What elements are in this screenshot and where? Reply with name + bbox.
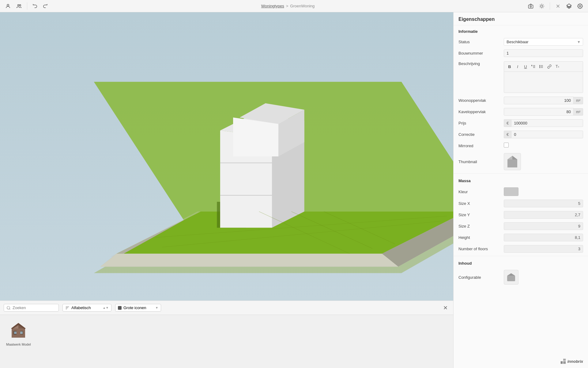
team-icon[interactable] bbox=[15, 2, 23, 10]
svg-line-9 bbox=[543, 7, 544, 8]
link-button[interactable] bbox=[546, 63, 553, 70]
status-select[interactable]: Beschikbaar Verkocht Gereserveerd bbox=[504, 38, 583, 46]
sort-select[interactable]: Alfabetisch ▲▼ bbox=[62, 304, 111, 312]
info-section-title: Informatie bbox=[454, 25, 588, 36]
svg-point-5 bbox=[541, 5, 543, 7]
underline-button[interactable]: U bbox=[522, 63, 529, 70]
separator-1 bbox=[27, 2, 27, 10]
light-icon[interactable] bbox=[537, 2, 546, 10]
search-box[interactable] bbox=[4, 304, 59, 312]
camera-icon[interactable] bbox=[526, 2, 535, 10]
floors-value bbox=[504, 245, 583, 253]
svg-point-61 bbox=[540, 66, 540, 67]
configurable-thumbnail[interactable] bbox=[504, 270, 518, 285]
3d-viewport[interactable] bbox=[0, 12, 453, 301]
size-z-row: Size Z bbox=[454, 220, 588, 232]
woonoppervlak-unit: m² bbox=[574, 97, 583, 104]
floors-row: Number of floors bbox=[454, 243, 588, 255]
correctie-input[interactable] bbox=[511, 131, 583, 138]
size-z-label: Size Z bbox=[458, 224, 501, 228]
svg-rect-66 bbox=[507, 276, 515, 281]
height-label: Height bbox=[458, 235, 501, 240]
prijs-currency: € bbox=[504, 119, 511, 127]
view-arrow: ▼ bbox=[155, 306, 158, 309]
svg-point-1 bbox=[18, 4, 19, 6]
svg-text:1: 1 bbox=[532, 65, 533, 66]
close-icon[interactable] bbox=[554, 2, 562, 10]
svg-point-2 bbox=[20, 4, 21, 6]
floors-label: Number of floors bbox=[458, 247, 501, 251]
bouwnummer-input[interactable] bbox=[504, 49, 583, 57]
clear-format-button[interactable]: Tx bbox=[554, 63, 561, 70]
thumbnail-box[interactable] bbox=[504, 153, 521, 170]
breadcrumb-current: GroenWoning bbox=[290, 4, 315, 8]
size-z-value bbox=[504, 222, 583, 230]
3d-scene bbox=[0, 12, 453, 301]
model-thumbnail bbox=[9, 321, 28, 341]
height-input bbox=[504, 234, 583, 241]
settings-icon[interactable] bbox=[576, 2, 584, 10]
search-input[interactable] bbox=[13, 305, 55, 310]
breadcrumb-parent[interactable]: Woningtypes bbox=[261, 4, 284, 8]
kaveloppervlak-input[interactable] bbox=[504, 108, 574, 116]
svg-line-41 bbox=[9, 309, 10, 309]
massa-section-title: Massa bbox=[454, 175, 588, 186]
mirrored-value bbox=[504, 143, 583, 149]
list-ol-button[interactable]: 1 bbox=[530, 63, 537, 70]
svg-point-40 bbox=[7, 306, 10, 309]
beschrijving-textarea[interactable] bbox=[504, 71, 583, 93]
panel-title: Eigenschappen bbox=[454, 12, 588, 25]
svg-rect-3 bbox=[529, 5, 533, 8]
mirrored-checkbox[interactable] bbox=[504, 143, 509, 148]
viewport: Alfabetisch ▲▼ Grote iconen ▼ ✕ bbox=[0, 12, 453, 368]
height-row: Height bbox=[454, 232, 588, 243]
status-label: Status bbox=[458, 40, 501, 44]
woonoppervlak-input[interactable] bbox=[504, 97, 574, 104]
thumbnail-value bbox=[504, 153, 583, 170]
svg-line-8 bbox=[540, 4, 540, 5]
svg-rect-68 bbox=[560, 361, 563, 364]
bouwnummer-row: Bouwnummer bbox=[454, 48, 588, 59]
close-panel-button[interactable]: ✕ bbox=[441, 304, 450, 312]
kleur-swatch[interactable] bbox=[504, 187, 518, 196]
kleur-label: Kleur bbox=[458, 190, 501, 194]
kaveloppervlak-input-group: m² bbox=[504, 108, 583, 116]
view-select[interactable]: Grote iconen ▼ bbox=[115, 304, 161, 312]
svg-rect-52 bbox=[20, 332, 23, 334]
svg-rect-70 bbox=[563, 361, 566, 364]
height-value bbox=[504, 234, 583, 241]
inhoud-section-title: Inhoud bbox=[454, 257, 588, 268]
italic-button[interactable]: I bbox=[514, 63, 521, 70]
properties-panel: Eigenschappen Informatie Status Beschikb… bbox=[453, 12, 588, 368]
redo-button[interactable] bbox=[41, 2, 49, 10]
woonoppervlak-row: Woonoppervlak m² bbox=[454, 95, 588, 106]
size-x-label: Size X bbox=[458, 201, 501, 206]
bold-button[interactable]: B bbox=[506, 63, 513, 70]
view-label: Grote iconen bbox=[123, 305, 146, 310]
toolbar-right bbox=[526, 2, 584, 10]
model-item[interactable]: Maatwerk Model bbox=[4, 319, 33, 349]
bouwnummer-label: Bouwnummer bbox=[458, 51, 501, 56]
bouwnummer-value bbox=[504, 49, 583, 57]
mirrored-row: Mirrored bbox=[454, 140, 588, 151]
thumbnail-row: Thumbnail bbox=[454, 151, 588, 172]
woonoppervlak-input-group: m² bbox=[504, 97, 583, 104]
svg-line-12 bbox=[540, 7, 540, 8]
prijs-input[interactable] bbox=[511, 119, 583, 127]
svg-marker-31 bbox=[233, 117, 278, 156]
innobrix-logo: innobrix bbox=[454, 355, 588, 368]
sort-arrow: ▲▼ bbox=[103, 306, 109, 309]
breadcrumb: Woningtypes > GroenWoning bbox=[52, 4, 524, 8]
thumbnail-icon bbox=[507, 155, 518, 168]
undo-button[interactable] bbox=[31, 2, 40, 10]
search-icon bbox=[6, 306, 11, 310]
innobrix-logo-icon bbox=[560, 358, 566, 364]
layers-icon[interactable] bbox=[565, 2, 573, 10]
kaveloppervlak-label: Kaveloppervlak bbox=[458, 109, 501, 114]
separator-2 bbox=[550, 2, 550, 10]
list-ul-button[interactable] bbox=[538, 63, 545, 70]
svg-marker-67 bbox=[507, 273, 515, 276]
configurable-row: Configurable bbox=[454, 268, 588, 286]
model-icon-svg bbox=[10, 322, 27, 339]
user-icon[interactable] bbox=[4, 2, 12, 10]
